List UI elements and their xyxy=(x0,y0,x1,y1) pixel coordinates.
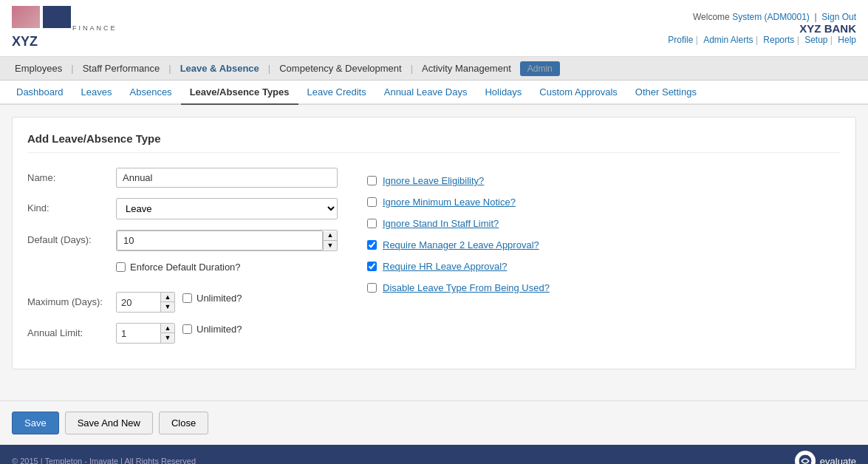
max-row: ▲ ▼ Unlimited? xyxy=(116,292,338,313)
content: Add Leave/Absence Type Name: Kind: Leave xyxy=(0,105,868,400)
annual-unlimited-row: Unlimited? xyxy=(182,324,242,335)
max-spinner-btns: ▲ ▼ xyxy=(160,293,174,312)
default-days-label: Default (Days): xyxy=(27,230,116,245)
kind-select[interactable]: Leave Absence xyxy=(116,198,338,219)
annual-spinner-btns: ▲ ▼ xyxy=(160,324,174,343)
opt-ignore-eligibility-label[interactable]: Ignore Leave Eligibility? xyxy=(383,175,484,186)
name-input-wrap xyxy=(116,168,338,188)
max-down[interactable]: ▼ xyxy=(161,302,174,312)
enforce-checkbox[interactable] xyxy=(116,262,126,272)
max-unlimited-checkbox[interactable] xyxy=(182,293,192,303)
nav-competency[interactable]: Competency & Development xyxy=(272,57,409,80)
enforce-checkbox-row: Enforce Default Duration? xyxy=(116,262,338,273)
kind-label: Kind: xyxy=(27,198,116,214)
company-name: XYZ BANK xyxy=(665,22,856,35)
option-ignore-standin: Ignore Stand In Staff Limit? xyxy=(367,218,841,229)
enforce-label[interactable]: Enforce Default Duration? xyxy=(130,262,241,273)
logo-top-right xyxy=(43,6,71,28)
opt-hr-approval-label[interactable]: Require HR Leave Approval? xyxy=(383,261,507,272)
welcome-text: Welcome xyxy=(693,12,730,22)
nav-employees[interactable]: Employees xyxy=(7,57,69,80)
default-days-field-row: Default (Days): ▲ ▼ xyxy=(27,230,338,251)
nav-leave-absence[interactable]: Leave & Absence xyxy=(173,57,267,80)
reports-link[interactable]: Reports xyxy=(763,35,794,45)
opt-disable-type-checkbox[interactable] xyxy=(367,283,377,293)
opt-ignore-notice-checkbox[interactable] xyxy=(367,197,377,207)
opt-manager2-checkbox[interactable] xyxy=(367,240,377,250)
opt-hr-approval-checkbox[interactable] xyxy=(367,262,377,271)
user-link[interactable]: System (ADM0001) xyxy=(732,12,810,22)
name-field-row: Name: xyxy=(27,168,338,188)
max-spinner: ▲ ▼ xyxy=(116,292,175,313)
max-input[interactable] xyxy=(117,293,160,312)
nav-activity[interactable]: Activity Management xyxy=(414,57,519,80)
annual-input[interactable] xyxy=(117,324,160,343)
tab-absences[interactable]: Absences xyxy=(121,81,181,105)
right-options: Ignore Leave Eligibility? Ignore Minimum… xyxy=(367,175,841,293)
help-link[interactable]: Help xyxy=(838,35,856,45)
opt-ignore-eligibility-checkbox[interactable] xyxy=(367,176,377,185)
logo-bottom: XYZ xyxy=(12,33,68,50)
annual-down[interactable]: ▼ xyxy=(161,333,174,343)
admin-alerts-link[interactable]: Admin Alerts xyxy=(703,35,753,45)
enforce-wrap: Enforce Default Duration? xyxy=(116,262,338,282)
setup-link[interactable]: Setup xyxy=(804,35,827,45)
opt-ignore-standin-label[interactable]: Ignore Stand In Staff Limit? xyxy=(383,218,499,229)
main-nav: Employees | Staff Performance | Leave & … xyxy=(0,57,868,81)
tab-leave-credits[interactable]: Leave Credits xyxy=(298,81,375,105)
nav-staff-performance[interactable]: Staff Performance xyxy=(75,57,168,80)
default-days-down[interactable]: ▼ xyxy=(324,241,337,250)
evaluate-icon xyxy=(795,451,816,464)
option-hr-approval: Require HR Leave Approval? xyxy=(367,261,841,272)
option-ignore-eligibility: Ignore Leave Eligibility? xyxy=(367,175,841,186)
tab-annual-leave-days[interactable]: Annual Leave Days xyxy=(375,81,476,105)
max-unlimited-label[interactable]: Unlimited? xyxy=(197,293,242,304)
profile-link[interactable]: Profile xyxy=(668,35,693,45)
opt-ignore-notice-label[interactable]: Ignore Minimum Leave Notice? xyxy=(383,197,516,208)
annual-spinner: ▲ ▼ xyxy=(116,323,175,344)
default-days-input-wrap: ▲ ▼ xyxy=(116,230,338,251)
option-disable-type: Disable Leave Type From Being Used? xyxy=(367,282,841,293)
form-layout: Name: Kind: Leave Absence xyxy=(27,168,841,354)
opt-ignore-standin-checkbox[interactable] xyxy=(367,219,377,228)
sub-nav: Dashboard Leaves Absences Leave/Absence … xyxy=(0,81,868,105)
opt-disable-type-label[interactable]: Disable Leave Type From Being Used? xyxy=(383,282,550,293)
tab-holidays[interactable]: Holidays xyxy=(476,81,530,105)
admin-badge: Admin xyxy=(520,61,560,76)
annual-unlimited-checkbox[interactable] xyxy=(182,324,192,334)
sign-out-link[interactable]: Sign Out xyxy=(821,12,856,22)
evaluate-brand: evaluate xyxy=(820,456,856,465)
max-label: Maximum (Days): xyxy=(27,292,116,307)
header-right: Welcome System (ADM0001) | Sign Out XYZ … xyxy=(665,12,856,45)
button-row: Save Save And New Close xyxy=(0,400,868,445)
opt-manager2-label[interactable]: Require Manager 2 Leave Approval? xyxy=(383,239,539,250)
save-button[interactable]: Save xyxy=(12,412,59,434)
option-ignore-notice: Ignore Minimum Leave Notice? xyxy=(367,197,841,208)
default-days-spinner-btns: ▲ ▼ xyxy=(323,231,337,250)
tab-leaves[interactable]: Leaves xyxy=(72,81,121,105)
tab-custom-approvals[interactable]: Custom Approvals xyxy=(530,81,626,105)
name-label: Name: xyxy=(27,168,116,183)
logo-area: XYZ FINANCE xyxy=(12,6,117,50)
tab-leave-absence-types[interactable]: Leave/Absence Types xyxy=(181,81,298,105)
header-links: Profile | Admin Alerts | Reports | Setup… xyxy=(665,35,856,45)
annual-row: ▲ ▼ Unlimited? xyxy=(116,323,338,344)
annual-input-wrap: ▲ ▼ Unlimited? xyxy=(116,323,338,344)
annual-field-row: Annual Limit: ▲ ▼ xyxy=(27,323,338,344)
tab-dashboard[interactable]: Dashboard xyxy=(7,81,72,105)
kind-field-row: Kind: Leave Absence xyxy=(27,198,338,219)
name-input[interactable] xyxy=(116,168,338,188)
max-up[interactable]: ▲ xyxy=(161,293,174,302)
form-title: Add Leave/Absence Type xyxy=(27,132,841,153)
close-button[interactable]: Close xyxy=(159,412,208,434)
enforce-row: Enforce Default Duration? xyxy=(27,262,338,282)
annual-unlimited-label[interactable]: Unlimited? xyxy=(197,324,242,335)
default-days-input[interactable] xyxy=(117,231,323,250)
max-unlimited-row: Unlimited? xyxy=(182,293,242,304)
default-days-up[interactable]: ▲ xyxy=(324,231,337,241)
annual-up[interactable]: ▲ xyxy=(161,324,174,333)
footer: © 2015 | Templeton - Imavate | All Right… xyxy=(0,445,868,464)
save-and-new-button[interactable]: Save And New xyxy=(65,412,153,434)
form-left: Name: Kind: Leave Absence xyxy=(27,168,338,354)
tab-other-settings[interactable]: Other Settings xyxy=(626,81,705,105)
